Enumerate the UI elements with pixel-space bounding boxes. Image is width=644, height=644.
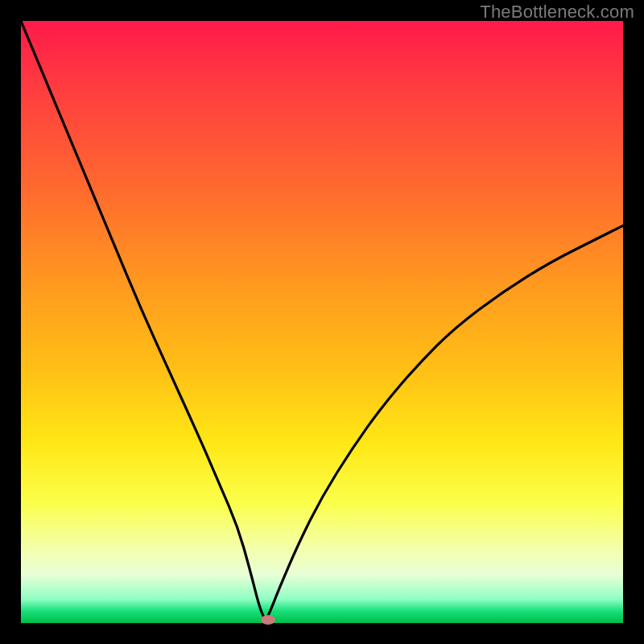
chart-stage: TheBottleneck.com <box>0 0 644 644</box>
curve-svg <box>21 21 623 623</box>
watermark-text: TheBottleneck.com <box>480 2 634 23</box>
minimum-marker <box>261 615 275 625</box>
plot-area <box>21 21 623 623</box>
bottleneck-curve-path <box>21 21 623 619</box>
